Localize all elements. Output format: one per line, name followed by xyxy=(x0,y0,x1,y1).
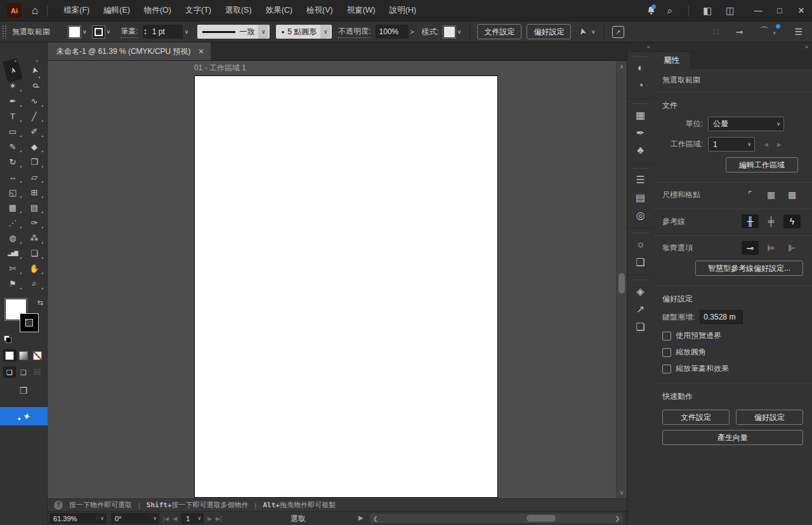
color-panel-icon[interactable]: ◐ xyxy=(627,59,653,77)
stroke-color-control[interactable]: ∨ xyxy=(93,26,113,38)
mesh-tool[interactable]: ▦ xyxy=(2,200,23,215)
tab-properties[interactable]: 屬性 xyxy=(653,52,690,69)
graphic-styles-panel-icon[interactable]: ❑ xyxy=(627,253,653,271)
scroll-down-icon[interactable]: ∨ xyxy=(617,489,627,496)
home-icon[interactable]: ⌂ xyxy=(32,4,38,17)
default-fill-stroke-icon[interactable] xyxy=(4,335,11,343)
opacity-label[interactable]: 不透明度: xyxy=(338,26,370,38)
snapping-options-icon[interactable]: ⌒ ∨ xyxy=(759,26,778,37)
workspace-switcher-icon[interactable]: ◧ xyxy=(698,0,717,21)
chevron-down-icon[interactable]: ∨ xyxy=(773,121,783,127)
line-segment-tool[interactable]: ╱ xyxy=(23,108,45,124)
artboards-panel-icon[interactable]: ❏ xyxy=(627,318,653,335)
smart-guides-icon[interactable]: ϟ xyxy=(783,214,801,228)
style-swatch[interactable] xyxy=(443,26,455,38)
symbol-sprayer-tool[interactable]: ⁂ xyxy=(23,230,45,245)
next-artboard-icon[interactable]: ▶ xyxy=(207,515,212,522)
paintbrush-tool[interactable]: ✐ xyxy=(23,124,45,139)
panel-layout-icon[interactable]: ◫ xyxy=(721,0,740,21)
opacity-value[interactable]: 100% xyxy=(376,25,409,39)
align-options-icon[interactable]: ∷ xyxy=(714,27,719,37)
pointer-options-icon[interactable]: ➤ xyxy=(577,27,588,36)
selection-options-control[interactable]: ➤ ∨ xyxy=(575,27,597,37)
menu-select[interactable]: 選取(S) xyxy=(218,0,259,21)
gradient-tool[interactable]: ▤ xyxy=(23,200,45,215)
color-mode-button[interactable] xyxy=(3,349,16,361)
close-tab-icon[interactable]: ✕ xyxy=(199,48,204,56)
dock-grip[interactable] xyxy=(632,101,648,106)
zoom-tool[interactable]: ⌕ xyxy=(23,276,45,291)
panel-grip[interactable] xyxy=(2,25,7,39)
chevron-down-icon[interactable]: ∨ xyxy=(589,29,598,35)
panel-menu-icon[interactable]: ☰ xyxy=(794,27,802,37)
expand-panels-icon[interactable]: « xyxy=(627,42,653,52)
pen-tool[interactable]: ✒ xyxy=(2,93,23,108)
none-mode-button[interactable] xyxy=(31,349,44,361)
opacity-control[interactable]: 100% > xyxy=(376,25,416,39)
previous-artboard-icon[interactable]: ◀ xyxy=(173,515,177,522)
stroke-panel-icon[interactable]: ☰ xyxy=(627,171,653,188)
swap-fill-stroke-icon[interactable]: ⇆ xyxy=(37,299,43,307)
minimize-button[interactable]: — xyxy=(747,0,769,21)
slice-tool[interactable]: ✄ xyxy=(2,261,23,276)
help-icon[interactable]: ? xyxy=(54,501,63,510)
curvature-tool[interactable]: ∿ xyxy=(23,93,45,108)
menu-view[interactable]: 檢視(V) xyxy=(299,0,340,21)
chevron-down-icon[interactable]: ∨ xyxy=(195,515,204,521)
share-icon[interactable]: ↗ xyxy=(612,26,624,38)
stepper-down-icon[interactable]: ▾ xyxy=(145,32,147,36)
menu-type[interactable]: 文字(T) xyxy=(178,0,218,21)
maximize-button[interactable]: □ xyxy=(769,0,790,21)
quick-document-setup-button[interactable]: 文件設定 xyxy=(662,410,730,425)
column-graph-tool[interactable]: ▂▅▇ xyxy=(2,245,23,261)
quick-preferences-button[interactable]: 偏好設定 xyxy=(736,410,803,425)
chevron-down-icon[interactable]: ∨ xyxy=(97,515,107,521)
brushes-panel-icon[interactable]: ✒ xyxy=(627,124,653,141)
dock-grip[interactable] xyxy=(632,165,648,171)
free-transform-tool[interactable]: ▱ xyxy=(23,169,45,185)
artboard[interactable] xyxy=(194,75,498,498)
scale-tool[interactable]: ❐ xyxy=(23,154,45,169)
transparency-panel-icon[interactable]: ◎ xyxy=(627,206,653,224)
vertical-scroll-thumb[interactable] xyxy=(619,273,625,294)
perspective-grid-tool[interactable]: ⊞ xyxy=(23,185,45,200)
chevron-down-icon[interactable]: ∨ xyxy=(81,29,89,35)
rulers-icon[interactable]: ⌜ xyxy=(742,188,759,202)
rotate-tool[interactable]: ↻ xyxy=(2,154,23,169)
stroke-weight-label[interactable]: 筆畫: xyxy=(121,26,138,38)
chevron-down-icon[interactable]: ∨ xyxy=(258,25,268,39)
stroke-swatch[interactable] xyxy=(93,26,105,38)
hand-tool[interactable]: ✋ xyxy=(23,261,45,276)
eraser-tool[interactable]: ◆ xyxy=(23,139,45,154)
scale-corners-checkbox[interactable] xyxy=(662,348,671,357)
snap-to-pixel-icon[interactable]: ⊩ xyxy=(783,241,801,255)
scale-strokes-effects-checkbox[interactable] xyxy=(662,365,671,373)
scroll-left-icon[interactable]: ❮ xyxy=(370,515,381,522)
chevron-down-icon[interactable]: ∨ xyxy=(771,30,778,35)
canvas[interactable]: 01 - 工作區域 1 ∧ ∨ xyxy=(48,61,627,498)
snap-to-grid-icon[interactable]: ⊨ xyxy=(763,241,780,255)
draw-behind-mode[interactable]: ❑ xyxy=(17,366,30,378)
artboard-tool[interactable]: ❏ xyxy=(23,245,45,261)
snap-to-guides-icon[interactable]: ⊸ xyxy=(736,27,743,37)
type-tool[interactable]: T xyxy=(2,108,23,124)
dock-grip[interactable] xyxy=(632,277,648,282)
dock-grip[interactable] xyxy=(632,230,648,235)
horizontal-scrollbar[interactable]: ❮ ❯ xyxy=(370,514,623,523)
fill-swatch[interactable] xyxy=(69,26,81,38)
symbols-panel-icon[interactable]: ♣ xyxy=(627,141,653,159)
symbols-tool[interactable]: ◍ xyxy=(2,230,23,245)
lock-guides-icon[interactable]: ╪ xyxy=(763,214,780,228)
draw-normal-mode[interactable]: ❏ xyxy=(3,366,16,378)
artboard-dropdown[interactable]: 1 ∨ xyxy=(708,137,755,152)
rotation-dropdown[interactable]: 0° ∨ xyxy=(111,513,159,524)
generative-ai-button[interactable]: ✦ ✦ xyxy=(0,407,48,425)
appearance-panel-icon[interactable]: ☼ xyxy=(627,235,653,253)
asset-export-panel-icon[interactable]: ↗ xyxy=(627,300,653,318)
chevron-down-icon[interactable]: ∨ xyxy=(455,29,464,35)
grid-icon[interactable]: ▦ xyxy=(763,188,780,202)
show-guides-icon[interactable]: ╫ xyxy=(742,214,759,228)
blend-tool[interactable]: ⋰ xyxy=(2,215,23,230)
stroke-weight-control[interactable]: ▴ ▾ 1 pt ∨ xyxy=(143,25,191,39)
smart-guides-preferences-button[interactable]: 智慧型參考線偏好設定... xyxy=(695,261,803,276)
